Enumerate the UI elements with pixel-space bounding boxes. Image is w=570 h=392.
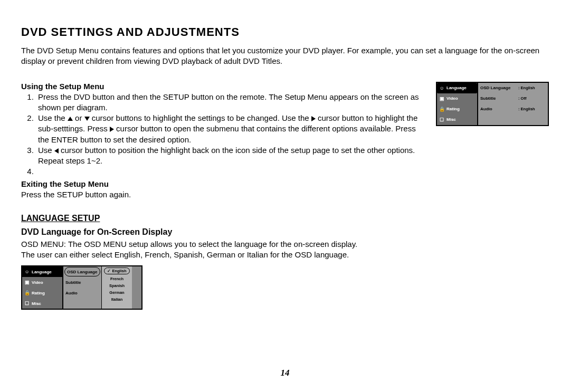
- osd-option-french: French: [102, 275, 132, 282]
- menu-mid-osdlang: OSD Language: [478, 83, 516, 93]
- menu-right-subtitle-val: : Off: [516, 93, 548, 104]
- exiting-text: Press the SETUP button again.: [21, 189, 423, 200]
- menu-right-audio-val: : English: [516, 104, 548, 114]
- menu2-mid-audio: Audio: [63, 288, 101, 298]
- menu2-mid-empty: [63, 298, 101, 309]
- osd-option-german: German: [102, 289, 132, 296]
- osd-language-heading: DVD Language for On-Screen Display: [21, 227, 549, 237]
- menu-right-osdlang-val: : English: [516, 83, 548, 93]
- menu-label: Language: [446, 85, 467, 90]
- page-title: DVD SETTINGS AND ADJUSTMENTS: [21, 25, 549, 39]
- osd-paragraph-2: The user can either select English, Fren…: [21, 250, 549, 260]
- osd-option-italian: Italian: [102, 296, 132, 303]
- option-label: English: [112, 269, 126, 273]
- menu2-left-misc: ☐Misc: [22, 298, 62, 309]
- step-3-text: Use: [38, 146, 54, 155]
- lock-icon: 🔒: [24, 290, 30, 295]
- menu-mid-subtitle: Subtitle: [478, 93, 516, 104]
- menu-right-empty: [516, 114, 548, 125]
- right-arrow-icon: [110, 127, 114, 132]
- speech-icon: ☐: [439, 117, 444, 122]
- intro-paragraph: The DVD Setup Menu contains features and…: [21, 45, 549, 67]
- step-1: Press the DVD button and then the SETUP …: [36, 92, 423, 113]
- osd-option-english: ✓English: [104, 267, 130, 274]
- step-4: [36, 166, 423, 177]
- menu-mid-audio: Audio: [478, 104, 516, 114]
- menu-left-rating: 🔒Rating: [437, 104, 477, 114]
- lock-icon: 🔒: [439, 107, 444, 112]
- using-heading: Using the Setup Menu: [21, 82, 423, 91]
- menu-left-misc: ☐Misc: [437, 114, 477, 125]
- exiting-heading: Exiting the Setup Menu: [21, 179, 423, 188]
- speech-icon: ☐: [24, 301, 30, 306]
- osd-option-spanish: Spanish: [102, 282, 132, 289]
- tv-icon: ▣: [24, 280, 30, 285]
- menu2-left-rating: 🔒Rating: [22, 288, 62, 298]
- globe-icon: ☺: [24, 269, 30, 274]
- menu-left-video: ▣Video: [437, 93, 477, 104]
- menu2-mid-subtitle: Subtitle: [63, 277, 101, 288]
- menu-label: Language: [32, 270, 52, 274]
- right-arrow-icon: [311, 116, 316, 121]
- menu-label: Video: [32, 280, 43, 285]
- menu-label: Misc: [446, 117, 456, 122]
- language-setup-heading: LANGUAGE SETUP: [21, 214, 549, 223]
- osd-paragraph-1: OSD MENU: The OSD MENU setup allows you …: [21, 239, 549, 250]
- step-3: Use cursor button to position the highli…: [36, 145, 423, 167]
- menu-label: Misc: [32, 301, 41, 306]
- menu-label: Rating: [32, 291, 45, 295]
- menu-mid-empty: [478, 114, 516, 125]
- menu-left-language: ☺Language: [437, 83, 477, 93]
- menu-label: Video: [446, 96, 458, 101]
- menu2-mid-osdlang: OSD Language: [64, 267, 100, 276]
- left-arrow-icon: [54, 148, 59, 154]
- globe-icon: ☺: [439, 85, 444, 91]
- step-2-text: Use the: [38, 113, 68, 122]
- menu-label: Rating: [446, 107, 460, 111]
- menu2-left-language: ☺Language: [22, 266, 62, 277]
- menu2-left-video: ▣Video: [22, 277, 62, 288]
- step-2-text: cursor buttons to highlight the settings…: [90, 113, 311, 122]
- setup-menu-diagram-2: ☺Language ▣Video 🔒Rating ☐Misc OSD Langu…: [21, 265, 142, 310]
- step-2: Use the or cursor buttons to highlight t…: [36, 113, 423, 145]
- page-number: 14: [0, 368, 570, 378]
- step-3-text: cursor button to position the highlight …: [38, 146, 415, 165]
- check-icon: ✓: [107, 269, 111, 273]
- down-arrow-icon: [84, 117, 90, 121]
- setup-menu-diagram-1: ☺Language ▣Video 🔒Rating ☐Misc OSD Langu…: [436, 82, 549, 126]
- tv-icon: ▣: [439, 96, 444, 101]
- step-2-text: or: [73, 113, 84, 122]
- up-arrow-icon: [68, 117, 73, 121]
